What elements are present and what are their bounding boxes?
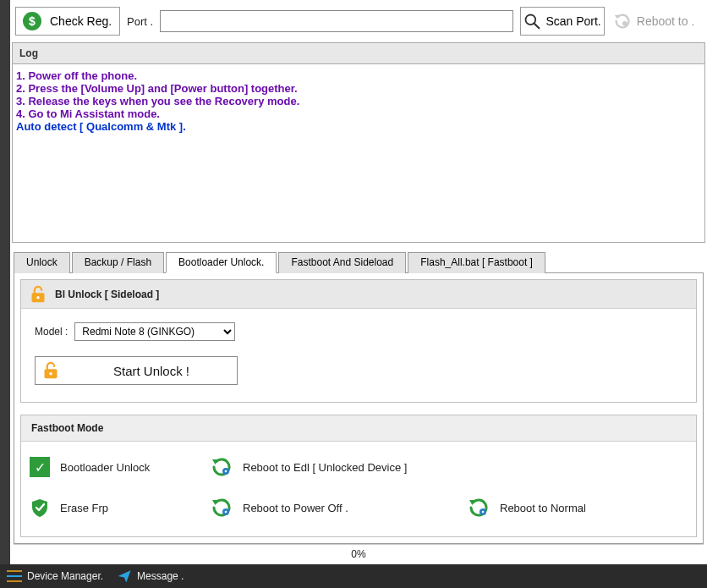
port-label: Port . <box>127 15 153 28</box>
svg-point-13 <box>225 511 227 514</box>
tabs: UnlockBackup / FlashBootloader Unlock.Fa… <box>14 251 704 273</box>
tab-backup-flash[interactable]: Backup / Flash <box>72 252 164 273</box>
statusbar-device-manager[interactable]: Device Manager. <box>7 570 103 582</box>
model-label: Model : <box>35 326 68 338</box>
refresh-gear-icon <box>211 456 233 478</box>
refresh-gear-icon <box>211 497 233 519</box>
log-line: 4. Go to Mi Assistant mode. <box>16 107 701 120</box>
top-toolbar: $ Check Reg. Port . Scan Port. Reboot to… <box>10 0 707 42</box>
check-reg-label: Check Reg. <box>50 14 112 28</box>
unlock-icon <box>30 285 47 304</box>
svg-line-1 <box>534 24 540 29</box>
refresh-gear-icon <box>468 497 490 519</box>
fastboot-mode-group: Fastboot Mode ✓ Bootloader Unlock <box>20 415 697 537</box>
model-select[interactable]: Redmi Note 8 (GINKGO) <box>74 322 235 341</box>
search-icon <box>523 13 540 30</box>
port-input[interactable] <box>160 10 513 32</box>
log-line: Auto detect [ Qualcomm & Mtk ]. <box>16 120 701 133</box>
item-label: Reboot to Power Off . <box>243 502 348 514</box>
gear-refresh-icon <box>613 12 632 30</box>
tab-unlock[interactable]: Unlock <box>14 252 70 273</box>
device-manager-label: Device Manager. <box>27 570 103 582</box>
tab-fastboot-and-sideload[interactable]: Fastboot And Sideload <box>278 252 406 273</box>
log-line: 3. Release the keys when you see the Rec… <box>16 95 701 107</box>
fastboot-reboot-edl[interactable]: Reboot to Edl [ Unlocked Device ] <box>211 455 447 479</box>
log-header: Log <box>13 43 704 64</box>
log-panel: Log 1. Power off the phone.2. Press the … <box>12 42 705 243</box>
status-bar: Device Manager. Message . <box>0 564 707 588</box>
log-line: 1. Power off the phone. <box>16 69 701 82</box>
fastboot-reboot-normal[interactable]: Reboot to Normal <box>468 496 637 519</box>
fastboot-erase-frp[interactable]: Erase Frp <box>30 496 190 519</box>
shield-check-icon <box>30 497 50 518</box>
start-unlock-label: Start Unlock ! <box>66 364 237 378</box>
tab-body-bootloader-unlock: Bl Unlock [ Sideload ] Model : Redmi Not… <box>14 273 704 544</box>
bl-unlock-header: Bl Unlock [ Sideload ] <box>21 280 696 309</box>
unlock-icon <box>42 361 59 380</box>
progress-label: 0% <box>351 548 365 560</box>
svg-point-10 <box>225 470 227 473</box>
fastboot-bootloader-unlock[interactable]: ✓ Bootloader Unlock <box>30 455 190 479</box>
dollar-icon: $ <box>23 12 41 30</box>
log-body[interactable]: 1. Power off the phone.2. Press the [Vol… <box>13 64 704 242</box>
send-icon <box>117 569 132 584</box>
check-reg-button[interactable]: $ Check Reg. <box>15 7 120 36</box>
svg-point-16 <box>482 511 485 514</box>
tabs-container: UnlockBackup / FlashBootloader Unlock.Fa… <box>14 251 704 544</box>
statusbar-message[interactable]: Message . <box>117 569 184 584</box>
model-row: Model : Redmi Note 8 (GINKGO) <box>35 322 682 341</box>
svg-point-7 <box>49 372 52 375</box>
bl-unlock-group: Bl Unlock [ Sideload ] Model : Redmi Not… <box>20 279 697 403</box>
item-label: Reboot to Normal <box>500 502 586 514</box>
reboot-to-label: Reboot to . <box>637 14 695 28</box>
fastboot-reboot-power-off[interactable]: Reboot to Power Off . <box>211 496 447 519</box>
menu-icon <box>7 570 22 582</box>
fastboot-header: Fastboot Mode <box>21 415 696 442</box>
start-unlock-button[interactable]: Start Unlock ! <box>35 356 238 385</box>
scan-port-button[interactable]: Scan Port. <box>520 7 605 36</box>
message-label: Message . <box>137 570 184 582</box>
log-line: 2. Press the [Volume Up] and [Power butt… <box>16 82 701 95</box>
item-label: Bootloader Unlock <box>60 461 150 474</box>
svg-point-5 <box>36 296 39 299</box>
scan-port-label: Scan Port. <box>545 14 600 28</box>
tab-flash-all-bat-fastboot[interactable]: Flash_All.bat [ Fastboot ] <box>408 252 545 273</box>
item-label: Reboot to Edl [ Unlocked Device ] <box>243 461 407 474</box>
fastboot-grid: ✓ Bootloader Unlock Reboot <box>30 455 688 519</box>
reboot-to-button[interactable]: Reboot to . <box>611 7 696 36</box>
svg-point-3 <box>622 21 628 26</box>
check-square-icon: ✓ <box>30 457 50 477</box>
progress-bar: 0% <box>14 544 704 563</box>
bl-unlock-title: Bl Unlock [ Sideload ] <box>55 289 159 300</box>
item-label: Erase Frp <box>60 502 108 514</box>
tab-bootloader-unlock[interactable]: Bootloader Unlock. <box>166 252 277 273</box>
